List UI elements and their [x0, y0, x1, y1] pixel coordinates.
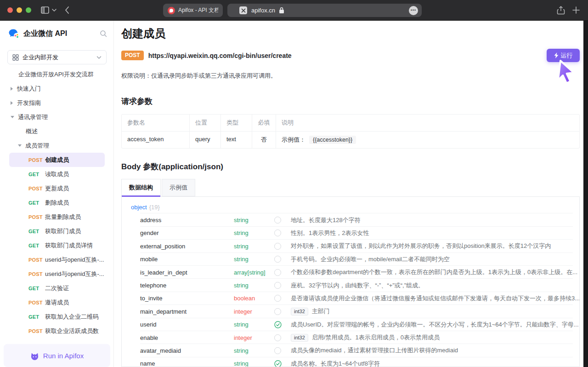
field-row-userid[interactable]: userid string 成员UserID。对应管理端的帐号，企业内必须唯一。… [122, 318, 579, 331]
workspace-label: 企业内部开发 [23, 53, 93, 62]
chevron-right-icon [11, 101, 13, 105]
site-settings-icon[interactable] [239, 6, 247, 14]
field-row-mobile[interactable]: mobile string 手机号码。企业内必须唯一，mobile/email二… [122, 253, 579, 266]
body-params-heading: Body 参数(application/json) [121, 161, 223, 172]
field-row-avatar-mediaid[interactable]: avatar_mediaid string 成员头像的mediaid，通过素材管… [122, 344, 579, 357]
field-row-to-invite[interactable]: to_invite boolean 是否邀请该成员使用企业微信（将通过微信服务通… [122, 292, 579, 305]
sidebar-api-dept-members-detail[interactable]: GET获取部门成员详情 [9, 238, 105, 252]
table-header-row: 参数名 位置 类型 必填 说明 [122, 115, 579, 131]
sidebar-api-read-member[interactable]: GET读取成员 [9, 167, 105, 181]
required-check-icon [274, 360, 291, 367]
method-badge: GET [28, 229, 45, 234]
chevron-down-icon[interactable] [51, 8, 57, 12]
method-badge: POST [28, 300, 45, 305]
field-row-external-position[interactable]: external_position string 对外职务，如果设置了该值，则以… [122, 240, 579, 252]
sidebar-api-create-member[interactable]: POST创建成员 [9, 153, 105, 167]
sidebar: 企业微信 API 企业内部开发 企业微信开放A [0, 21, 114, 367]
sidebar-api-delete-member[interactable]: GET删除成员 [9, 195, 105, 210]
sidebar-toggle-icon[interactable] [40, 6, 50, 15]
param-location: query [190, 132, 221, 148]
sidebar-api-userid-openid-1[interactable]: POSTuserid与openid互换-... [9, 252, 105, 267]
grid-icon [12, 54, 19, 61]
sidebar-api-invite-member[interactable]: POST邀请成员 [9, 295, 105, 310]
schema-panel: object {19} address string 地址。长度最大128个字符… [121, 196, 580, 367]
lock-icon [279, 7, 284, 14]
sidebar-api-join-qrcode[interactable]: GET获取加入企业二维码 [9, 310, 105, 324]
new-tab-icon[interactable] [572, 6, 580, 14]
method-badge: GET [28, 200, 45, 206]
sidebar-group-devguide[interactable]: 开发指南 [0, 96, 114, 110]
field-row-main-department[interactable]: main_department integer int32主部门 [122, 305, 579, 318]
cursor-pointer-icon [553, 59, 578, 86]
permission-note: 权限说明：仅通讯录同步助手或第三方通讯录应用可调用。 [121, 72, 277, 80]
search-icon[interactable] [100, 30, 107, 37]
wecom-logo-icon [7, 28, 20, 40]
main-content: 创建成员 POST https://qyapi.weixin.qq.com/cg… [114, 21, 583, 367]
optional-circle-icon [274, 243, 291, 250]
chevron-down-icon [11, 116, 14, 118]
run-in-apifox-label: Run in Apifox [43, 352, 84, 360]
run-in-apifox-button[interactable]: Run in Apifox [4, 344, 110, 367]
optional-circle-icon [274, 256, 291, 263]
tab-example-value[interactable]: 示例值 [162, 179, 195, 196]
col-header: 参数名 [122, 115, 190, 131]
reader-more-icon[interactable]: ⋯ [409, 6, 418, 15]
sidebar-api-userid-openid-2[interactable]: POSTuserid与openid互换-... [9, 267, 105, 281]
method-badge: GET [28, 172, 45, 177]
address-bar[interactable]: apifox.cn ⋯ [227, 4, 422, 17]
method-badge: GET [28, 314, 45, 320]
param-required: 否 [252, 132, 276, 148]
tab-data-schema[interactable]: 数据结构 [121, 179, 161, 196]
field-row-enable[interactable]: enable integer int32启用/禁用成员。1表示启用成员，0表示禁… [122, 331, 579, 344]
sidebar-group-members[interactable]: 成员管理 [0, 138, 114, 153]
field-row-gender[interactable]: gender string 性别。1表示男性，2表示女性 [122, 227, 579, 240]
int32-tag: int32 [291, 308, 308, 315]
required-check-icon [274, 321, 291, 328]
close-window-button[interactable] [7, 7, 13, 13]
sidebar-api-update-member[interactable]: POST更新成员 [9, 181, 105, 195]
sidebar-item-community[interactable]: 企业微信开放API开发交流群 [0, 67, 114, 81]
chevron-down-icon [96, 56, 102, 59]
root-type: object [131, 204, 147, 211]
sidebar-group-quickstart[interactable]: 快速入门 [0, 81, 114, 96]
table-row: access_token query text 否 示例值： {{accesst… [122, 131, 579, 148]
lightning-icon [554, 52, 559, 58]
sidebar-item-overview[interactable]: 概述 [0, 124, 114, 138]
param-name: access_token [122, 132, 190, 148]
sidebar-api-second-verify[interactable]: GET二次验证 [9, 281, 105, 295]
sidebar-group-contacts[interactable]: 通讯录管理 [0, 110, 114, 124]
method-badge: POST [28, 186, 45, 191]
schema-tree: object {19} address string 地址。长度最大128个字符… [122, 197, 579, 367]
optional-circle-icon [274, 229, 291, 236]
request-params-table: 参数名 位置 类型 必填 说明 access_token query text … [121, 114, 580, 149]
param-type: text [221, 132, 252, 148]
endpoint-url: https://qyapi.weixin.qq.com/cgi-bin/user… [148, 52, 292, 59]
body-params-tabs: 数据结构 示例值 [121, 179, 195, 196]
endpoint-row: POST https://qyapi.weixin.qq.com/cgi-bin… [121, 49, 292, 62]
example-label: 示例值： [282, 136, 305, 144]
active-tab-underline [122, 195, 160, 197]
sidebar-header: 企业微信 API [7, 27, 107, 40]
field-row-name[interactable]: name string 成员名称。长度为1~64个utf8字符 [122, 357, 579, 367]
minimize-window-button[interactable] [17, 7, 22, 13]
sidebar-api-batch-delete[interactable]: POST批量删除成员 [9, 210, 105, 224]
method-badge: POST [28, 157, 45, 163]
back-icon[interactable] [64, 6, 70, 14]
share-icon[interactable] [557, 6, 565, 15]
field-row-telephone[interactable]: telephone string 座机。32字节以内，由纯数字、“-”、“+”或… [122, 279, 579, 292]
sidebar-api-dept-members[interactable]: GET获取部门成员 [9, 224, 105, 238]
optional-circle-icon [274, 308, 291, 315]
url-text: apifox.cn [251, 7, 275, 14]
schema-root-row[interactable]: object {19} [122, 201, 579, 213]
method-badge: POST [28, 328, 45, 334]
field-row-is-leader-in-dept[interactable]: is_leader_in_dept array[string] 个数必须和参数d… [122, 266, 579, 279]
sidebar-api-active-stat[interactable]: POST获取企业活跃成员数 [9, 324, 105, 338]
workspace-selector[interactable]: 企业内部开发 [7, 50, 107, 64]
field-row-address[interactable]: address string 地址。长度最大128个字符 [122, 213, 579, 226]
optional-circle-icon [274, 295, 291, 302]
method-badge: POST [28, 214, 45, 220]
optional-circle-icon [274, 282, 291, 289]
browser-tab[interactable]: Apifox - API 文档... [163, 4, 223, 17]
browser-chrome: Apifox - API 文档... apifox.cn ⋯ [0, 0, 588, 21]
zoom-window-button[interactable] [26, 7, 31, 13]
